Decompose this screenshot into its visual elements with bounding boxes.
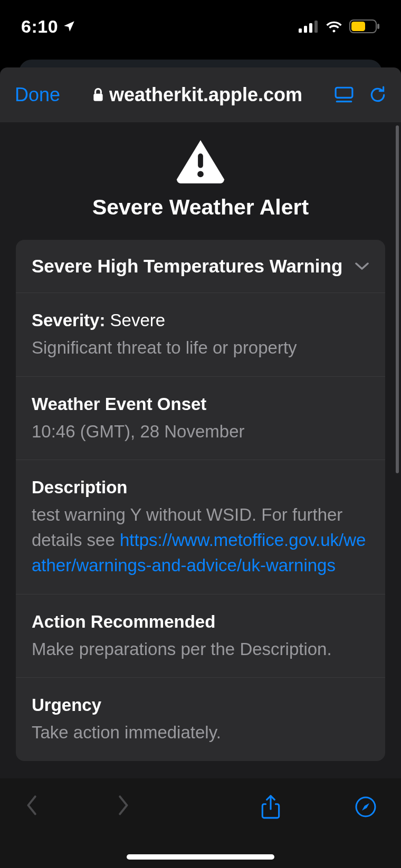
- hero: Severe Weather Alert: [16, 136, 385, 240]
- status-bar: 6:10: [0, 0, 401, 53]
- share-button[interactable]: [261, 794, 281, 820]
- svg-rect-7: [93, 94, 102, 101]
- url-text: weatherkit.apple.com: [109, 84, 302, 106]
- svg-rect-5: [351, 22, 365, 31]
- wifi-icon: [325, 20, 343, 33]
- battery-icon: [349, 19, 380, 33]
- scroll-indicator[interactable]: [396, 125, 399, 473]
- onset-label: Weather Event Onset: [32, 392, 369, 417]
- severity-label: Severity:: [32, 310, 105, 330]
- urgency-label: Urgency: [32, 693, 369, 718]
- svg-rect-8: [336, 87, 352, 97]
- urgency-section: Urgency Take action immediately.: [16, 678, 385, 761]
- svg-point-11: [197, 171, 204, 178]
- warning-triangle-icon: [175, 138, 226, 183]
- onset-section: Weather Event Onset 10:46 (GMT), 28 Nove…: [16, 377, 385, 461]
- svg-rect-6: [377, 24, 379, 29]
- status-right: [299, 19, 380, 33]
- severity-value: Severe: [110, 310, 166, 330]
- description-section: Description test warning Y without WSID.…: [16, 460, 385, 594]
- browser-toolbar: Done weatherkit.apple.com: [0, 67, 401, 122]
- safari-button[interactable]: [355, 796, 377, 818]
- severity-description: Significant threat to life or property: [32, 335, 369, 360]
- done-button[interactable]: Done: [15, 84, 60, 106]
- alert-title: Severe High Temperatures Warning: [32, 256, 342, 277]
- action-section: Action Recommended Make preparations per…: [16, 594, 385, 678]
- reload-button[interactable]: [369, 86, 386, 104]
- status-time: 6:10: [21, 16, 58, 37]
- svg-marker-14: [362, 803, 369, 811]
- action-value: Make preparations per the Description.: [32, 637, 369, 662]
- action-label: Action Recommended: [32, 609, 369, 635]
- reader-mode-button[interactable]: [335, 86, 354, 103]
- status-left: 6:10: [21, 16, 76, 37]
- svg-rect-1: [304, 26, 307, 33]
- page-title: Severe Weather Alert: [16, 195, 385, 220]
- description-text: test warning Y without WSID. For further…: [32, 502, 369, 578]
- location-icon: [62, 19, 76, 33]
- alert-card: Severe High Temperatures Warning Severit…: [16, 240, 385, 761]
- severity-section: Severity: Severe Significant threat to l…: [16, 293, 385, 377]
- forward-button: [117, 794, 131, 816]
- back-button: [24, 794, 38, 816]
- urgency-value: Take action immediately.: [32, 720, 369, 745]
- svg-rect-2: [309, 23, 312, 33]
- onset-value: 10:46 (GMT), 28 November: [32, 419, 369, 444]
- lock-icon: [92, 87, 104, 102]
- alert-card-header[interactable]: Severe High Temperatures Warning: [16, 240, 385, 293]
- svg-rect-10: [198, 153, 203, 168]
- svg-rect-3: [314, 21, 318, 33]
- svg-rect-0: [299, 28, 302, 33]
- address-bar[interactable]: weatherkit.apple.com: [71, 84, 324, 106]
- home-indicator[interactable]: [127, 854, 274, 860]
- description-label: Description: [32, 475, 369, 500]
- chevron-down-icon: [355, 261, 369, 271]
- cellular-icon: [299, 20, 319, 33]
- page-content[interactable]: Severe Weather Alert Severe High Tempera…: [0, 122, 401, 778]
